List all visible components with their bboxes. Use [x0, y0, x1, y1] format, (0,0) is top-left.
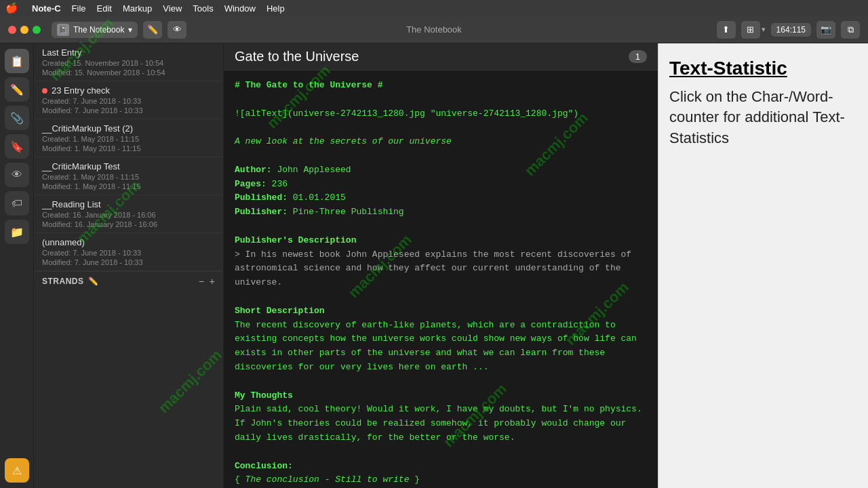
note-item-title: __CriticMarkup Test	[42, 161, 215, 171]
traffic-lights	[8, 26, 41, 34]
note-list-item[interactable]: Last Entry Created: 15. November 2018 - …	[34, 43, 223, 81]
layout-button[interactable]: ⊞	[741, 21, 760, 39]
menu-view[interactable]: View	[163, 3, 182, 14]
note-list-item[interactable]: __CriticMarkup Test (2) Created: 1. May …	[34, 119, 223, 157]
notes-list: Last Entry Created: 15. November 2018 - …	[34, 43, 224, 488]
chevron-down-icon: ▾	[128, 25, 132, 35]
note-list-item[interactable]: 23 Entry check Created: 7. June 2018 - 1…	[34, 81, 223, 119]
strands-actions: − +	[199, 276, 215, 287]
note-item-modified: Modified: 1. May 2018 - 11:15	[42, 144, 215, 152]
content-line: Pages: 236	[235, 178, 647, 192]
main-content: 📋 ✏️ 📎 🔖 👁 🏷 📁 ⚠ Last Entry Created: 15.…	[0, 43, 868, 488]
note-header-bar: Gate to the Universe 1	[224, 43, 658, 70]
content-line: Short Description	[235, 304, 647, 319]
copy-button[interactable]: ⧉	[841, 21, 860, 39]
content-line: The recent discovery of earth-like plane…	[235, 319, 647, 375]
sidebar-icon-eye[interactable]: 👁	[5, 163, 29, 187]
sidebar-icons: 📋 ✏️ 📎 🔖 👁 🏷 📁 ⚠	[0, 43, 34, 488]
content-line: Plain said, cool theory! Would it work, …	[235, 403, 647, 445]
strands-minus-button[interactable]: −	[199, 276, 204, 287]
strands-header: Strands ✏️ − +	[34, 271, 223, 291]
content-line: Author: John Appleseed	[235, 163, 647, 178]
note-editor: Gate to the Universe 1 # The Gate to the…	[224, 43, 658, 488]
content-image-ref: ![altText](universe-2742113_1280.jpg "un…	[235, 107, 647, 121]
content-line: Publisher's Description	[235, 234, 647, 248]
menu-window[interactable]: Window	[224, 3, 256, 14]
right-panel: Text-Statistic Click on the Char-/Word-c…	[658, 43, 868, 488]
menu-tools[interactable]: Tools	[193, 3, 213, 14]
content-line: { The conclusion - Still to write }	[235, 473, 647, 487]
menubar: 🍎 Note-C File Edit Markup View Tools Win…	[0, 0, 868, 16]
sidebar-icon-folder[interactable]: 📁	[5, 220, 29, 244]
content-line: A new look at the secrets of our univers…	[235, 135, 647, 149]
toolbar: 📓 The Notebook ▾ ✏️ 👁 The Notebook ⬆ ⊞ ▾…	[0, 16, 868, 43]
close-button[interactable]	[8, 26, 16, 34]
note-item-modified: Modified: 15. November 2018 - 10:54	[42, 68, 215, 77]
minimize-button[interactable]	[20, 26, 28, 34]
word-count-value: 164:115	[776, 25, 806, 35]
note-item-created: Created: 1. May 2018 - 11:15	[42, 135, 215, 143]
window-title: The Notebook	[406, 24, 462, 35]
note-list-item[interactable]: __CriticMarkup Test Created: 1. May 2018…	[34, 157, 223, 195]
note-dot	[42, 88, 47, 94]
sidebar-icon-tag[interactable]: 🏷	[5, 191, 29, 216]
content-line: Published: 01.01.2015	[235, 191, 647, 205]
note-item-title: (unnamed)	[42, 237, 215, 247]
notebook-selector[interactable]: 📓 The Notebook ▾	[52, 22, 138, 38]
note-item-created: Created: 1. May 2018 - 11:15	[42, 173, 215, 181]
strands-edit-icon[interactable]: ✏️	[88, 277, 98, 286]
menu-edit[interactable]: Edit	[97, 3, 112, 14]
strands-title: Strands	[42, 277, 84, 286]
note-item-title: __CriticMarkup Test (2)	[42, 123, 215, 134]
app-name[interactable]: Note-C	[32, 3, 61, 14]
content-line: Conclusion:	[235, 460, 647, 474]
layout-arrow: ▾	[762, 21, 766, 39]
menu-markup[interactable]: Markup	[123, 3, 152, 14]
preview-mode-button[interactable]: 👁	[167, 21, 186, 39]
note-title: Gate to the Universe	[235, 49, 359, 64]
word-count-display[interactable]: 164:115	[771, 23, 811, 37]
layout-btn-group: ⊞ ▾	[741, 21, 766, 39]
note-item-modified: Modified: 1. May 2018 - 11:15	[42, 182, 215, 190]
share-button[interactable]: ⬆	[717, 21, 736, 39]
sidebar-icon-bookmarks[interactable]: 🔖	[5, 134, 29, 159]
notebook-label: The Notebook	[73, 25, 124, 35]
note-item-modified: Modified: 7. June 2018 - 10:33	[42, 106, 215, 115]
text-statistic-description: Click on the Char-/Word-counter for addi…	[669, 87, 857, 149]
content-line: Publisher: Pine-Three Publishing	[235, 205, 647, 220]
note-item-created: Created: 16. January 2018 - 16:06	[42, 211, 215, 219]
notebook-icon: 📓	[57, 24, 69, 36]
note-item-modified: Modified: 7. June 2018 - 10:33	[42, 258, 215, 266]
camera-button[interactable]: 📷	[816, 21, 835, 39]
note-item-title: Last Entry	[42, 47, 215, 58]
edit-mode-button[interactable]: ✏️	[143, 21, 162, 39]
note-list-item[interactable]: (unnamed) Created: 7. June 2018 - 10:33 …	[34, 233, 223, 271]
note-page-number: 1	[629, 50, 647, 63]
content-line: My Thoughts	[235, 389, 647, 403]
note-item-modified: Modified: 16. January 2018 - 16:06	[42, 220, 215, 228]
main-window: 📓 The Notebook ▾ ✏️ 👁 The Notebook ⬆ ⊞ ▾…	[0, 16, 868, 488]
note-item-created: Created: 7. June 2018 - 10:33	[42, 249, 215, 257]
sidebar-icon-sketch[interactable]: ✏️	[5, 77, 29, 102]
note-item-created: Created: 7. June 2018 - 10:33	[42, 97, 215, 105]
note-item-created: Created: 15. November 2018 - 10:54	[42, 59, 215, 67]
note-item-title: __Reading List	[42, 199, 215, 209]
text-statistic-title: Text-Statistic	[669, 57, 857, 80]
content-blockquote: > In his newest book John Appleseed expl…	[235, 248, 647, 290]
sidebar-icon-attachments[interactable]: 📎	[5, 106, 29, 130]
menu-file[interactable]: File	[72, 3, 86, 14]
apple-menu[interactable]: 🍎	[5, 2, 18, 14]
menu-help[interactable]: Help	[267, 3, 285, 14]
note-item-title: 23 Entry check	[42, 85, 215, 96]
strands-area	[34, 291, 223, 488]
strands-plus-button[interactable]: +	[210, 276, 215, 287]
sidebar-icon-notes[interactable]: 📋	[5, 49, 29, 73]
fullscreen-button[interactable]	[33, 26, 41, 34]
sidebar-icon-warning[interactable]: ⚠	[5, 458, 29, 483]
note-list-item[interactable]: __Reading List Created: 16. January 2018…	[34, 195, 223, 233]
note-content[interactable]: # The Gate to the Universe #![altText](u…	[224, 70, 658, 488]
content-heading: # The Gate to the Universe #	[235, 79, 647, 93]
